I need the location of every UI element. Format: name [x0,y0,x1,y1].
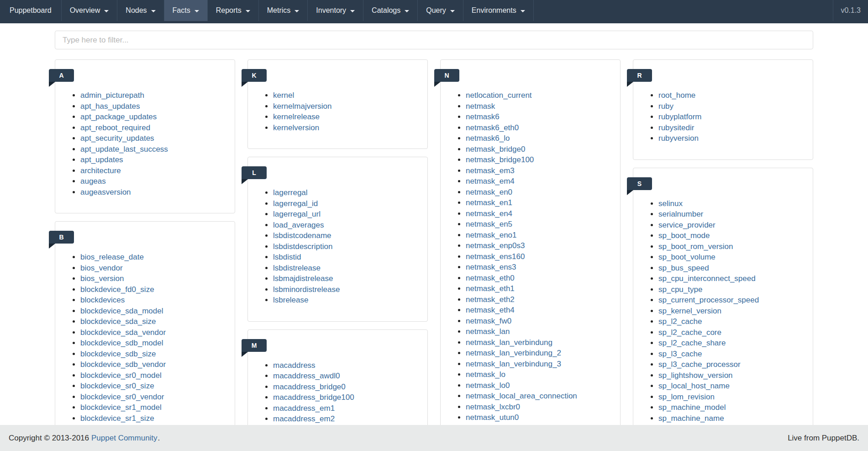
fact-link[interactable]: sp_machine_name [658,414,724,423]
fact-link[interactable]: netmask_em3 [466,166,515,175]
fact-link[interactable]: netmask_en4 [466,209,512,218]
fact-link[interactable]: bios_vendor [80,264,123,272]
nav-item-overview[interactable]: Overview [62,0,118,21]
fact-link[interactable]: blockdevice_sr0_size [80,382,154,390]
nav-item-catalogs[interactable]: Catalogs [363,0,418,21]
fact-link[interactable]: netmask_eth0 [466,274,515,282]
fact-filter-input[interactable] [55,31,813,49]
fact-link[interactable]: blockdevice_sda_model [80,307,163,315]
fact-link[interactable]: netlocation_current [466,91,532,100]
fact-link[interactable]: netmask_bridge0 [466,145,525,154]
fact-link[interactable]: blockdevice_sr0_vendor [80,393,164,401]
fact-link[interactable]: netmask_eth2 [466,295,515,304]
fact-link[interactable]: netmask_lo [466,370,505,379]
fact-link[interactable]: netmask_lo0 [466,381,510,390]
nav-item-reports[interactable]: Reports [208,0,259,21]
fact-link[interactable]: augeasversion [80,188,131,196]
fact-link[interactable]: sp_boot_rom_version [658,242,733,251]
fact-link[interactable]: macaddress_bridge0 [273,382,346,391]
fact-link[interactable]: blockdevice_sr0_model [80,371,162,380]
fact-link[interactable]: macaddress [273,361,316,370]
fact-link[interactable]: netmask6_lo [466,134,510,143]
fact-link[interactable]: macaddress_em2 [273,414,335,423]
fact-link[interactable]: blockdevice_sda_vendor [80,328,166,337]
fact-link[interactable]: netmask_lan_verbindung_2 [466,349,561,357]
fact-link[interactable]: admin_picturepath [80,91,144,100]
fact-link[interactable]: netmask_em4 [466,177,515,186]
fact-link[interactable]: sp_l2_cache [658,317,702,326]
fact-link[interactable]: sp_l3_cache [658,350,702,358]
nav-item-query[interactable]: Query [418,0,463,21]
fact-link[interactable]: apt_has_updates [80,102,140,111]
fact-link[interactable]: sp_machine_model [658,403,726,412]
fact-link[interactable]: lsbdistid [273,253,301,261]
fact-link[interactable]: netmask_fw0 [466,317,511,325]
fact-link[interactable]: netmask_utun0 [466,413,519,422]
fact-link[interactable]: rubyplatform [658,112,701,121]
fact-link[interactable]: service_provider [658,221,715,229]
fact-link[interactable]: sp_boot_mode [658,231,710,240]
fact-link[interactable]: lsbdistrelease [273,264,321,272]
fact-link[interactable]: rubyversion [658,134,699,143]
fact-link[interactable]: blockdevices [80,296,125,304]
fact-link[interactable]: blockdevice_sdb_size [80,350,156,358]
fact-link[interactable]: augeas [80,177,106,186]
fact-link[interactable]: sp_lightshow_version [658,371,733,380]
fact-link[interactable]: netmask_lxcbr0 [466,403,520,411]
fact-link[interactable]: netmask_ens3 [466,263,516,271]
fact-link[interactable]: blockdevice_sdb_model [80,339,163,347]
fact-link[interactable]: netmask6 [466,112,500,121]
fact-link[interactable]: sp_boot_volume [658,253,715,261]
fact-link[interactable]: apt_security_updates [80,134,154,143]
fact-link[interactable]: netmask_en0 [466,188,512,196]
fact-link[interactable]: root_home [658,91,695,100]
fact-link[interactable]: sp_current_processor_speed [658,296,759,304]
nav-item-facts[interactable]: Facts [164,0,208,21]
fact-link[interactable]: netmask_en1 [466,198,512,207]
fact-link[interactable]: macaddress_awdl0 [273,371,340,380]
fact-link[interactable]: sp_lom_revision [658,393,715,401]
fact-link[interactable]: netmask_bridge100 [466,155,534,164]
fact-link[interactable]: sp_l2_cache_share [658,339,726,347]
fact-link[interactable]: blockdevice_sr1_model [80,403,162,412]
fact-link[interactable]: lsbdistdescription [273,242,332,251]
fact-link[interactable]: bios_release_date [80,253,144,261]
fact-link[interactable]: lsbdistcodename [273,231,331,240]
fact-link[interactable]: netmask_lan_verbindung [466,338,552,347]
fact-link[interactable]: netmask_eth4 [466,306,515,314]
fact-link[interactable]: ruby [658,102,673,111]
fact-link[interactable]: lsbminordistrelease [273,285,340,294]
fact-link[interactable]: apt_package_updates [80,112,157,121]
fact-link[interactable]: kernelrelease [273,112,320,121]
fact-link[interactable]: lsbmajdistrelease [273,274,333,283]
nav-item-inventory[interactable]: Inventory [308,0,363,21]
fact-link[interactable]: netmask_eth1 [466,284,515,293]
fact-link[interactable]: lagerregal_url [273,210,321,218]
fact-link[interactable]: selinux [658,199,683,208]
fact-link[interactable]: netmask_eno1 [466,231,517,239]
brand-puppetboard[interactable]: Puppetboard [0,0,62,21]
fact-link[interactable]: sp_local_host_name [658,382,730,390]
fact-link[interactable]: sp_l2_cache_core [658,328,721,337]
fact-link[interactable]: load_averages [273,221,324,229]
fact-link[interactable]: sp_l3_cache_processor [658,360,741,369]
fact-link[interactable]: sp_cpu_interconnect_speed [658,274,756,283]
fact-link[interactable]: lagerregal_id [273,199,318,208]
nav-item-metrics[interactable]: Metrics [259,0,308,21]
fact-link[interactable]: netmask_lan [466,327,510,336]
fact-link[interactable]: netmask_en5 [466,220,512,228]
fact-link[interactable]: sp_cpu_type [658,285,702,294]
fact-link[interactable]: netmask_ens160 [466,252,525,261]
nav-item-nodes[interactable]: Nodes [117,0,164,21]
fact-link[interactable]: netmask [466,102,495,111]
fact-link[interactable]: macaddress_bridge100 [273,393,354,402]
fact-link[interactable]: kernelmajversion [273,102,332,111]
fact-link[interactable]: serialnumber [658,210,703,218]
fact-link[interactable]: netmask_lan_verbindung_3 [466,360,561,368]
fact-link[interactable]: macaddress_em1 [273,404,335,413]
nav-item-environments[interactable]: Environments [463,0,534,21]
fact-link[interactable]: bios_version [80,274,124,283]
fact-link[interactable]: lagerregal [273,188,308,197]
fact-link[interactable]: sp_bus_speed [658,264,709,272]
puppet-community-link[interactable]: Puppet Community [91,434,158,442]
